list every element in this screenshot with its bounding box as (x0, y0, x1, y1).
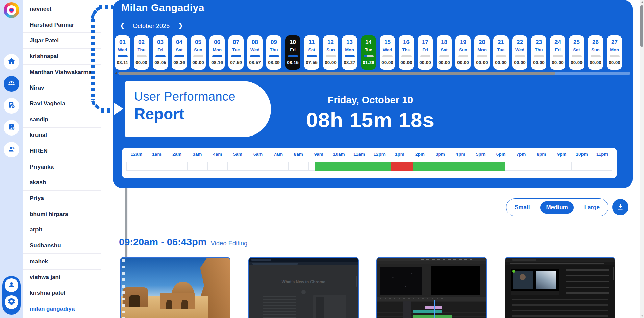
sidebar-item-home[interactable] (4, 54, 19, 70)
day-cell-19[interactable]: 19Sun00:00 (455, 35, 471, 70)
editor-clip-green (413, 315, 452, 318)
day-cell-09[interactable]: 09Thu08:39 (266, 35, 281, 70)
day-progress-bar (193, 55, 203, 57)
editor-source-monitor (380, 267, 422, 294)
screenshot-thumbnail-desktop[interactable] (120, 257, 230, 318)
list-item-employee[interactable]: sandip (23, 112, 101, 128)
day-cell-23[interactable]: 23Thu00:00 (531, 35, 546, 70)
day-number: 05 (195, 39, 201, 46)
day-cell-27[interactable]: 27Mon00:00 (607, 35, 622, 70)
day-cell-05[interactable]: 05Sun00:00 (191, 35, 206, 70)
list-item-employee[interactable]: Ravi Vaghela (23, 96, 101, 112)
summary-duration: 08h 15m 18s (303, 108, 438, 132)
hour-label-5pm: 5pm (471, 152, 491, 158)
day-number: 09 (271, 39, 277, 46)
day-cell-24[interactable]: 24Fri00:00 (550, 35, 565, 70)
hour-label-2am: 2am (167, 152, 187, 158)
dotted-arrow-top (99, 5, 113, 9)
editor-track-header (403, 301, 411, 318)
day-time: 08:57 (249, 60, 261, 65)
date-strip: 01Wed08:1102Thu00:0003Fri08:0504Sat08:36… (115, 35, 630, 70)
date-scrollbar-thumb[interactable] (119, 72, 555, 75)
main-scrollbar-track[interactable] (640, 0, 644, 318)
day-cell-17[interactable]: 17Fri00:00 (418, 35, 433, 70)
day-number: 23 (536, 39, 542, 46)
list-item-employee[interactable]: Priya (23, 191, 101, 206)
day-cell-25[interactable]: 25Sat00:00 (569, 35, 584, 70)
app-logo[interactable] (4, 2, 19, 18)
list-item-employee[interactable]: Jigar Patel (23, 33, 101, 49)
day-time: 00:00 (325, 60, 337, 65)
download-button[interactable] (612, 199, 628, 215)
editor-playhead (434, 300, 435, 318)
screenshot-thumbnail-video-editor[interactable] (376, 257, 487, 318)
day-cell-14[interactable]: 14Tue01:28 (361, 35, 376, 70)
list-item-employee[interactable]: Manthan Vishwakarma (23, 65, 101, 80)
day-cell-22[interactable]: 22Wed00:00 (512, 35, 527, 70)
day-cell-18[interactable]: 18Sat00:00 (437, 35, 452, 70)
report-title-line1: User Performance (134, 90, 271, 104)
scroll-left-arrow[interactable] (115, 72, 117, 75)
day-cell-04[interactable]: 04Sat08:36 (172, 35, 187, 70)
day-cell-26[interactable]: 26Sun00:00 (588, 35, 603, 70)
main-scrollbar-thumb[interactable] (640, 5, 643, 47)
day-cell-08[interactable]: 08Wed08:57 (247, 35, 263, 70)
main-scroll-up-arrow[interactable] (641, 1, 644, 3)
day-cell-21[interactable]: 21Tue00:00 (493, 35, 509, 70)
day-cell-07[interactable]: 07Tue07:59 (228, 35, 244, 70)
hour-label-6am: 6am (248, 152, 268, 158)
day-cell-01[interactable]: 01Wed08:11 (115, 35, 130, 70)
main-scroll-down-arrow[interactable] (641, 315, 644, 317)
sidebar-item-reports[interactable] (4, 98, 19, 114)
list-item-employee[interactable]: HIREN (23, 143, 101, 159)
list-item-employee[interactable]: krunal (23, 128, 101, 144)
size-option-small[interactable]: Small (515, 204, 530, 211)
day-cell-20[interactable]: 20Mon00:00 (474, 35, 490, 70)
size-option-medium[interactable]: Medium (540, 201, 573, 214)
list-item-employee[interactable]: milan gangadiya (23, 301, 101, 317)
hour-label-2pm: 2pm (410, 152, 430, 158)
day-progress-bar (420, 55, 430, 57)
day-time: 08:39 (268, 60, 280, 65)
next-month-button[interactable]: ❯ (178, 21, 183, 29)
day-time: 00:00 (192, 60, 204, 65)
hour-label-12am: 12am (126, 152, 147, 158)
day-time: 00:00 (419, 60, 431, 65)
sidebar-item-team[interactable] (4, 76, 19, 92)
day-cell-06[interactable]: 06Mon08:16 (209, 35, 225, 70)
report-title-card: User Performance Report (125, 81, 271, 137)
prev-month-button[interactable]: ❮ (120, 21, 125, 29)
day-weekday: Fri (157, 47, 163, 52)
size-option-large[interactable]: Large (584, 204, 600, 211)
sidebar-item-users[interactable] (4, 142, 19, 157)
list-item-employee[interactable]: krishnapal (23, 49, 101, 65)
day-cell-16[interactable]: 16Thu00:00 (399, 35, 414, 70)
list-item-employee[interactable]: vishwa jani (23, 270, 101, 286)
day-cell-03[interactable]: 03Fri08:05 (153, 35, 168, 70)
list-item-employee[interactable]: Harshad Parmar (23, 17, 101, 33)
day-weekday: Fri (290, 47, 296, 52)
darkpage-scrollbar (613, 267, 614, 280)
day-cell-10[interactable]: 10Fri08:15 (285, 35, 300, 70)
list-item-employee[interactable]: bhumi hirpara (23, 206, 101, 222)
list-item-employee[interactable]: Nirav (23, 80, 101, 96)
sidebar-item-payroll[interactable]: $ (4, 120, 19, 136)
day-cell-15[interactable]: 15Wed00:00 (380, 35, 395, 70)
day-cell-12[interactable]: 12Sun00:00 (323, 35, 338, 70)
day-time: 00:00 (571, 60, 583, 65)
list-item-employee[interactable]: navneet (23, 1, 101, 17)
list-item-employee[interactable]: arpit (23, 222, 101, 238)
list-item-employee[interactable]: Priyanka (23, 159, 101, 175)
list-item-employee[interactable]: krishna patel (23, 285, 101, 301)
profile-button[interactable] (5, 278, 18, 292)
day-progress-bar (591, 55, 601, 57)
settings-button[interactable] (5, 295, 18, 309)
list-item-employee[interactable]: Sudhanshu (23, 238, 101, 254)
day-cell-11[interactable]: 11Sat07:55 (304, 35, 319, 70)
list-item-employee[interactable]: akash (23, 175, 101, 191)
screenshot-thumbnail-dark-video-page[interactable] (505, 257, 615, 318)
list-item-employee[interactable]: mahek (23, 254, 101, 270)
screenshot-thumbnail-chrome-whats-new[interactable]: What's New in Chrome (248, 257, 359, 318)
day-cell-02[interactable]: 02Thu00:00 (134, 35, 149, 70)
day-cell-13[interactable]: 13Mon08:27 (342, 35, 357, 70)
